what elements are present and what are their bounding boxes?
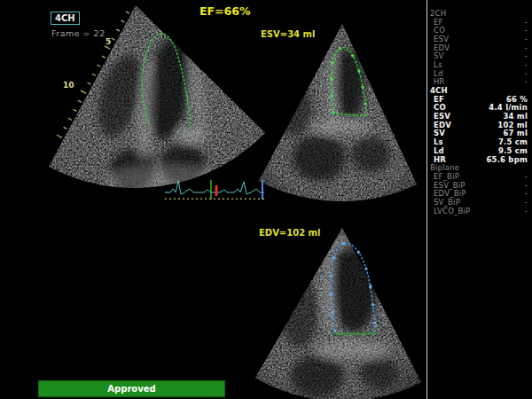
measurement-value: -	[525, 26, 528, 35]
panel-measurement-row: ESV34 ml	[427, 112, 532, 121]
measurement-value: 34 ml	[503, 112, 528, 121]
panel-measurement-row: SV_BiP-	[427, 198, 532, 207]
panel-section-row: 4CH	[427, 86, 532, 95]
measurement-label: SV	[434, 51, 444, 60]
esv-result-label: ESV=34 ml	[261, 29, 315, 39]
measurement-label: ESV	[434, 112, 450, 121]
measurement-label: ESV	[434, 35, 449, 43]
measurement-value: 66 %	[506, 95, 528, 104]
measurement-value: -	[525, 43, 528, 52]
panel-measurement-row: EDV_BiP-	[427, 189, 532, 198]
measurement-value: 9.5 cm	[498, 146, 528, 155]
measurement-value: -	[525, 35, 528, 43]
panel-measurement-row: SV-	[427, 51, 532, 60]
frame-number-label: Frame = 22	[51, 28, 106, 38]
ef-result-label: EF=66%	[200, 4, 250, 18]
panel-measurement-row: Ld9.5 cm	[427, 146, 532, 155]
measurement-value: 102 ml	[497, 121, 528, 129]
panel-measurement-row: EDV-	[427, 43, 532, 52]
ecg-timeline-dots	[165, 199, 264, 200]
panel-measurement-row: Ls7.5 cm	[427, 137, 532, 146]
panel-measurement-row: EF-	[427, 18, 532, 27]
measurement-label: EF	[434, 95, 444, 104]
measurement-label: 4CH	[430, 86, 448, 95]
results-panel-rows: 2CHEF-CO-ESV-EDV-SV-Ls-Ld-HR-4CHEF66 %CO…	[427, 9, 532, 215]
measurement-label: Ld	[434, 146, 444, 155]
panel-measurement-row: EDV102 ml	[427, 121, 532, 129]
lv-baseline-edv	[334, 333, 377, 334]
measurement-label: Biplane	[430, 163, 459, 172]
panel-measurement-row: EF66 %	[427, 95, 532, 104]
measurement-label: LVCO_BiP	[434, 207, 470, 215]
measurement-value: 65.6 bpm	[486, 155, 528, 164]
panel-measurement-row: Ls-	[427, 60, 532, 69]
echo-workstation-screen: 4CH Frame = 22 EF=66% ESV=34 ml EDV=102 …	[0, 0, 532, 399]
measurement-value: 7.5 cm	[498, 137, 528, 146]
measurement-value: -	[525, 18, 528, 27]
depth-mark-5: 5	[106, 37, 111, 46]
measurement-value: -	[525, 181, 528, 190]
measurement-label: 2CH	[430, 9, 446, 18]
measurement-value: 4.4 l/min	[489, 103, 528, 112]
measurement-value: -	[525, 172, 528, 181]
panel-section-row: Biplane	[427, 163, 532, 172]
panel-measurement-row: SV67 ml	[427, 129, 532, 138]
approved-button[interactable]: Approved	[38, 380, 225, 397]
panel-measurement-row: HR-	[427, 78, 532, 87]
measurement-value: -	[525, 189, 528, 198]
measurement-label: EDV	[434, 121, 451, 129]
measurement-value: -	[525, 77, 528, 86]
panel-measurement-row: EF_BiP-	[427, 172, 532, 181]
measurement-label: Ld	[434, 69, 443, 78]
measurement-label: ESV_BiP	[434, 181, 466, 190]
edv-result-label: EDV=102 ml	[259, 228, 320, 238]
panel-measurement-row: HR65.6 bpm	[427, 155, 532, 164]
measurement-label: EDV_BiP	[434, 189, 466, 198]
measurement-value: -	[525, 207, 528, 215]
measurement-label: HR	[434, 155, 446, 164]
panel-measurement-row: ESV_BiP-	[427, 181, 532, 190]
depth-mark-10: 10	[63, 81, 74, 90]
measurement-label: HR	[434, 77, 445, 86]
panel-measurement-row: CO-	[427, 26, 532, 35]
measurement-label: SV	[434, 129, 445, 137]
measurement-label: EF	[434, 18, 443, 27]
edv-echo-view	[235, 222, 426, 399]
measurement-label: Ls	[434, 60, 442, 69]
measurement-label: CO	[434, 26, 445, 35]
view-mode-badge: 4CH	[51, 12, 80, 25]
measurement-label: EF_BiP	[434, 172, 459, 181]
measurement-value: -	[525, 60, 528, 69]
measurement-value: -	[525, 51, 528, 60]
ecg-trace	[165, 180, 264, 200]
measurement-label: CO	[434, 103, 446, 112]
panel-measurement-row: LVCO_BiP-	[427, 207, 532, 215]
panel-measurement-row: CO4.4 l/min	[427, 104, 532, 113]
esv-echo-view	[253, 18, 426, 208]
measurement-label: EDV	[434, 43, 450, 52]
panel-measurement-row: Ld-	[427, 69, 532, 78]
panel-measurement-row: ESV-	[427, 35, 532, 43]
measurement-label: SV_BiP	[434, 198, 460, 207]
measurement-label: Ls	[434, 137, 443, 146]
panel-section-row: 2CH	[427, 9, 532, 18]
measurement-results-panel: 2CHEF-CO-ESV-EDV-SV-Ls-Ld-HR-4CHEF66 %CO…	[426, 0, 532, 399]
measurement-value: -	[525, 198, 528, 207]
measurement-value: 67 ml	[503, 129, 528, 137]
measurement-value: -	[525, 69, 528, 78]
